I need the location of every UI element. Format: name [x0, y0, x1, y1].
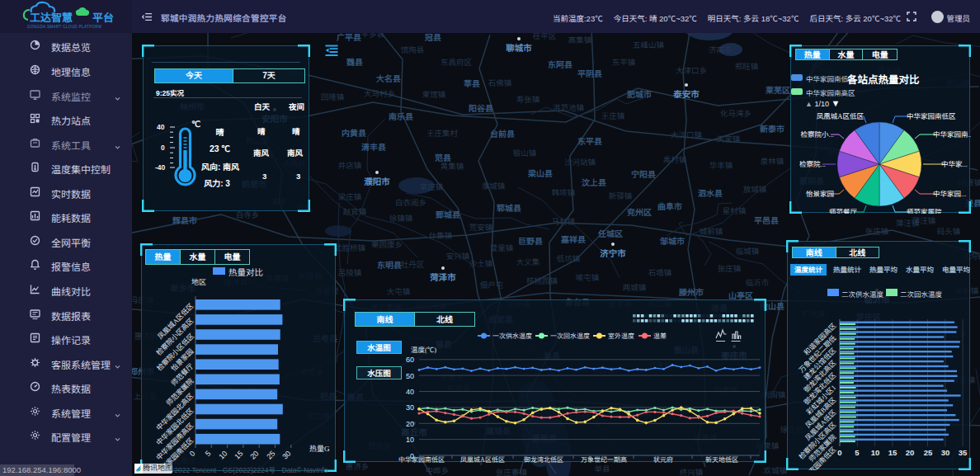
svg-text:20: 20: [406, 420, 414, 428]
svg-text:工达智慧: 工达智慧: [30, 9, 73, 25]
svg-text:40: 40: [157, 123, 165, 131]
svg-text:10: 10: [406, 436, 414, 444]
svg-text:15: 15: [233, 449, 244, 460]
svg-text:师范家属院: 师范家属院: [907, 206, 942, 214]
svg-text:师范餐厅: 师范餐厅: [829, 206, 858, 214]
svg-text:25: 25: [265, 449, 276, 460]
svg-text:中华家园南低区: 中华家园南低区: [907, 111, 956, 120]
svg-text:温度(℃): 温度(℃): [411, 344, 436, 354]
svg-text:℃: ℃: [191, 120, 200, 129]
svg-text:中华家园...: 中华家园...: [933, 188, 966, 198]
svg-text:温差: 温差: [653, 331, 667, 340]
svg-text:5: 5: [855, 448, 860, 457]
svg-text:怡景家园: 怡景家园: [806, 188, 834, 198]
svg-text:中华家园南低区: 中华家园南低区: [398, 455, 445, 463]
svg-text:热量G: 热量G: [309, 443, 330, 454]
svg-text:一次回水温度: 一次回水温度: [550, 331, 590, 340]
svg-text:一次供水温度: 一次供水温度: [492, 331, 532, 340]
svg-text:15: 15: [888, 448, 898, 457]
svg-text:5: 5: [204, 449, 213, 458]
svg-text:30: 30: [406, 403, 414, 412]
svg-text:状元府: 状元府: [653, 455, 673, 463]
svg-text:0: 0: [837, 448, 841, 457]
svg-text:30: 30: [280, 449, 292, 460]
svg-text:10: 10: [217, 449, 229, 460]
svg-text:30: 30: [941, 448, 950, 457]
svg-text:20: 20: [248, 449, 260, 460]
svg-text:0: 0: [188, 449, 197, 458]
svg-text:40: 40: [406, 388, 414, 396]
svg-text:10: 10: [871, 448, 880, 457]
svg-text:中华家园南...: 中华家园南...: [933, 129, 971, 139]
svg-text:新天地低区: 新天地低区: [705, 455, 738, 463]
svg-text:地区: 地区: [191, 276, 206, 287]
svg-text:GONGDA SMART CLOUD PLATFORM: GONGDA SMART CLOUD PLATFORM: [27, 25, 101, 29]
svg-text:检察院...: 检察院...: [799, 158, 826, 168]
svg-text:20: 20: [906, 448, 915, 457]
svg-text:凤凰城A区低区: 凤凰城A区低区: [817, 111, 865, 120]
svg-text:中华家...: 中华家...: [941, 158, 968, 168]
svg-text:60: 60: [406, 356, 414, 364]
svg-text:50: 50: [406, 372, 414, 380]
svg-text:25: 25: [924, 448, 933, 457]
svg-text:御龙湾北低区: 御龙湾北低区: [524, 455, 563, 463]
svg-text:35: 35: [959, 448, 968, 457]
svg-text:室外温度: 室外温度: [608, 331, 634, 340]
svg-text:-40: -40: [155, 163, 166, 172]
svg-text:检察院小...: 检察院小...: [801, 129, 834, 139]
svg-text:凤凰城A区低区: 凤凰城A区低区: [460, 455, 505, 463]
svg-text:万象世纪一期高: 万象世纪一期高: [581, 455, 627, 463]
svg-text:平台: 平台: [92, 9, 114, 25]
svg-text:0: 0: [161, 144, 165, 152]
